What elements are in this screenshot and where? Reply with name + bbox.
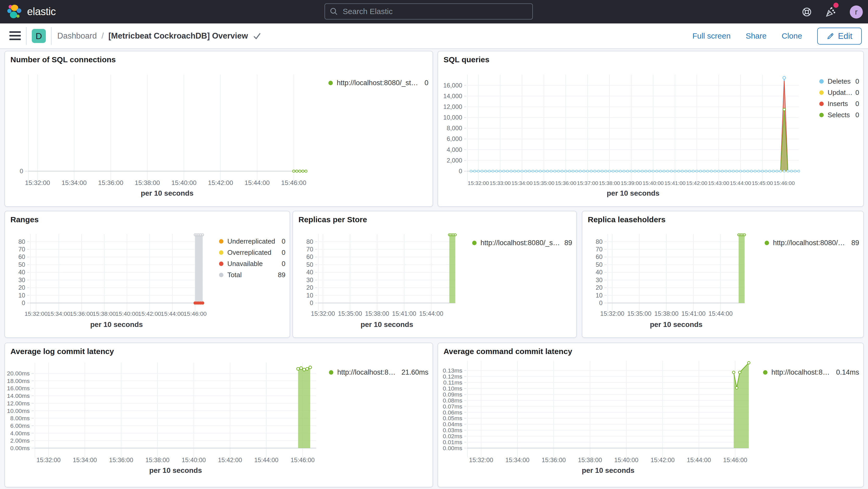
svg-text:30: 30 <box>596 276 602 283</box>
full-screen-button[interactable]: Full screen <box>692 32 731 40</box>
legend-item[interactable]: http://localhost:8080/_sta...89 <box>472 237 572 248</box>
edit-button-label: Edit <box>838 31 852 41</box>
svg-text:15:46:00: 15:46:00 <box>774 180 795 186</box>
search-input[interactable] <box>342 7 528 16</box>
svg-text:8.00ms: 8.00ms <box>10 415 30 422</box>
replicas-per-store-chart[interactable]: 8070605040302010015:32:0015:35:0015:38:0… <box>293 211 576 337</box>
svg-text:15:40:00: 15:40:00 <box>182 456 206 463</box>
svg-text:15:32:00: 15:32:00 <box>25 310 48 317</box>
svg-text:15:35:00: 15:35:00 <box>338 310 362 317</box>
chart-legend: http://localhost:8080/_sta...89 <box>765 237 859 248</box>
svg-text:15:44:00: 15:44:00 <box>245 179 270 186</box>
svg-text:80: 80 <box>596 238 602 245</box>
replica-leaseholders-chart[interactable]: 8070605040302010015:32:0015:35:0015:38:0… <box>582 211 863 337</box>
svg-text:15:33:00: 15:33:00 <box>490 180 511 186</box>
sql-connections-chart[interactable]: 015:32:0015:34:0015:36:0015:38:0015:40:0… <box>5 51 433 206</box>
legend-item[interactable]: http://localhost:8080/_stat...0 <box>329 78 428 89</box>
svg-text:0.00ms: 0.00ms <box>443 445 462 452</box>
legend-label: http://localhost:8080/_stat... <box>337 79 422 87</box>
legend-item[interactable]: http://localhost:8080/_sta...89 <box>765 237 859 248</box>
svg-text:15:46:00: 15:46:00 <box>723 456 747 463</box>
svg-text:15:32:00: 15:32:00 <box>25 179 50 186</box>
chart-legend: http://localhost:8080/_stat...0 <box>329 78 428 89</box>
user-avatar[interactable]: r <box>850 5 863 19</box>
legend-item[interactable]: Selects0 <box>819 110 859 121</box>
legend-value: 89 <box>562 239 572 247</box>
svg-text:15:36:00: 15:36:00 <box>98 179 123 186</box>
share-button[interactable]: Share <box>746 32 767 40</box>
svg-text:80: 80 <box>306 238 313 245</box>
svg-text:12.00ms: 12.00ms <box>7 400 30 407</box>
toolbar-divider <box>51 27 52 45</box>
svg-text:15:42:00: 15:42:00 <box>138 310 161 317</box>
svg-text:50: 50 <box>596 261 602 268</box>
legend-value: 0 <box>853 100 859 108</box>
legend-value: 0.14ms <box>833 368 859 376</box>
svg-text:6.00ms: 6.00ms <box>10 422 30 429</box>
panel-avg-log-commit-latency: Average log commit latency20.00ms18.00ms… <box>4 343 433 487</box>
dashboard-app-badge[interactable]: D <box>32 29 46 43</box>
svg-text:50: 50 <box>306 261 313 268</box>
svg-text:15:41:00: 15:41:00 <box>392 310 416 317</box>
svg-text:15:32:00: 15:32:00 <box>600 310 624 317</box>
svg-text:10,000: 10,000 <box>443 114 462 121</box>
svg-text:per 10 seconds: per 10 seconds <box>607 189 659 197</box>
legend-item[interactable]: http://localhost:8080...0.14ms <box>763 367 859 378</box>
legend-item[interactable]: Deletes0 <box>819 76 859 87</box>
legend-item[interactable]: Unavailable0 <box>219 258 285 269</box>
elastic-brand[interactable]: elastic <box>7 4 56 19</box>
svg-text:15:36:00: 15:36:00 <box>70 310 93 317</box>
avg-log-commit-latency-chart[interactable]: 20.00ms18.00ms16.00ms14.00ms12.00ms10.00… <box>5 343 433 487</box>
legend-color-dot <box>219 273 223 277</box>
dashboard-toolbar: D Dashboard / [Metricbeat CockroachDB] O… <box>0 24 868 49</box>
help-icon[interactable] <box>801 6 813 18</box>
svg-text:14,000: 14,000 <box>443 92 462 99</box>
svg-text:15:42:00: 15:42:00 <box>651 456 675 463</box>
svg-text:20: 20 <box>596 284 602 291</box>
legend-color-dot <box>219 250 223 255</box>
avatar-initial: r <box>855 7 858 17</box>
svg-text:2,000: 2,000 <box>446 157 462 164</box>
breadcrumb: Dashboard / [Metricbeat CockroachDB] Ove… <box>57 24 261 49</box>
svg-text:15:41:00: 15:41:00 <box>664 180 685 186</box>
legend-label: Underreplicated <box>227 237 275 245</box>
svg-text:70: 70 <box>596 246 602 253</box>
svg-text:per 10 seconds: per 10 seconds <box>149 466 202 475</box>
legend-item[interactable]: Updates0 <box>819 87 859 98</box>
legend-item[interactable]: Total89 <box>219 269 285 281</box>
panel-replicas-per-store: Replicas per Store8070605040302010015:32… <box>292 211 577 338</box>
svg-text:15:38:00: 15:38:00 <box>135 179 160 186</box>
legend-item[interactable]: Overreplicated0 <box>219 247 285 258</box>
legend-label: Updates <box>828 89 853 97</box>
svg-text:4,000: 4,000 <box>446 146 462 153</box>
svg-text:15:38:00: 15:38:00 <box>578 456 602 463</box>
svg-text:per 10 seconds: per 10 seconds <box>90 320 143 329</box>
svg-text:10: 10 <box>18 292 25 299</box>
chart-legend: Deletes0Updates0Inserts0Selects0 <box>819 76 859 121</box>
check-icon[interactable] <box>253 32 261 40</box>
legend-label: http://localhost:808... <box>337 368 399 376</box>
global-search[interactable] <box>324 3 533 20</box>
legend-item[interactable]: http://localhost:808...21.60ms <box>329 367 428 378</box>
legend-item[interactable]: Inserts0 <box>819 98 859 110</box>
edit-button[interactable]: Edit <box>817 28 862 44</box>
svg-text:15:38:00: 15:38:00 <box>93 310 116 317</box>
menu-icon[interactable] <box>9 30 21 41</box>
panel-sql-queries: SQL queries16,00014,00012,00010,0008,000… <box>437 51 864 207</box>
legend-value: 0 <box>279 248 285 256</box>
app-header: elastic r <box>0 0 868 24</box>
page-title: [Metricbeat CockroachDB] Overview <box>108 31 248 41</box>
avg-command-commit-latency-chart[interactable]: 0.13ms0.12ms0.11ms0.10ms0.09ms0.08ms0.07… <box>438 343 863 487</box>
clone-button[interactable]: Clone <box>781 32 802 40</box>
svg-text:15:38:00: 15:38:00 <box>599 180 620 186</box>
legend-color-dot <box>472 241 476 245</box>
pencil-icon <box>827 32 834 40</box>
svg-text:15:44:00: 15:44:00 <box>161 310 184 317</box>
breadcrumb-dashboard-link[interactable]: Dashboard <box>57 31 97 41</box>
svg-text:40: 40 <box>596 269 602 276</box>
legend-item[interactable]: Underreplicated0 <box>219 236 285 247</box>
svg-text:80: 80 <box>18 238 25 245</box>
sql-queries-chart[interactable]: 16,00014,00012,00010,0008,0006,0004,0002… <box>438 51 863 206</box>
svg-text:15:37:00: 15:37:00 <box>577 180 598 186</box>
legend-color-dot <box>819 90 824 95</box>
